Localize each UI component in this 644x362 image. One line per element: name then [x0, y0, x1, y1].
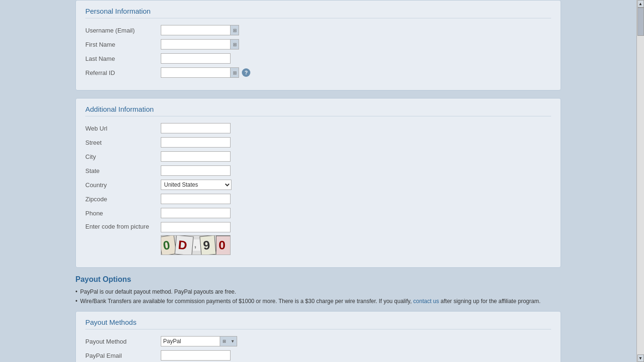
content-area: Personal Information Username (Email) ⊞ …	[0, 0, 636, 362]
scroll-up-arrow[interactable]: ▲	[637, 0, 644, 8]
payout-methods-title: Payout Methods	[85, 318, 551, 329]
captcha-char-3: ,	[193, 239, 200, 251]
captcha-area: 0 D , 9 0	[161, 222, 231, 255]
captcha-label: Enter code from picture	[85, 222, 161, 230]
referralid-input[interactable]	[161, 67, 231, 78]
payout-options-section: Payout Options PayPal is our default pay…	[75, 275, 561, 304]
payout-method-label: Payout Method	[85, 338, 161, 345]
additional-info-title: Additional Information	[85, 105, 551, 116]
payout-method-input[interactable]	[161, 336, 220, 346]
state-row: State	[85, 165, 551, 176]
contact-us-link[interactable]: contact us	[413, 298, 439, 304]
captcha-image: 0 D , 9 0	[161, 235, 231, 255]
paypal-email-row: PayPal Email	[85, 350, 551, 361]
firstname-input[interactable]	[161, 39, 231, 49]
username-field-wrapper: ⊞	[161, 25, 239, 35]
referralid-field-wrapper: ⊞ ?	[161, 67, 250, 78]
lastname-row: Last Name	[85, 53, 551, 64]
zipcode-input[interactable]	[161, 194, 231, 204]
lastname-input[interactable]	[161, 53, 231, 64]
referralid-row: Referral ID ⊞ ?	[85, 67, 551, 78]
firstname-row: First Name ⊞	[85, 39, 551, 49]
lastname-label: Last Name	[85, 55, 161, 62]
captcha-char-2: D	[174, 235, 193, 255]
street-row: Street	[85, 137, 551, 148]
payout-method-icon: ⊞	[220, 336, 229, 346]
username-label: Username (Email)	[85, 27, 161, 34]
captcha-input[interactable]	[161, 222, 231, 232]
payout-options-title: Payout Options	[75, 275, 561, 284]
firstname-label: First Name	[85, 41, 161, 48]
captcha-char-5: 0	[216, 236, 231, 255]
city-input[interactable]	[161, 151, 231, 162]
payout-methods-section: Payout Methods Payout Method ⊞ ▼ PayPal …	[75, 311, 561, 362]
personal-info-section: Personal Information Username (Email) ⊞ …	[75, 0, 561, 90]
personal-info-title: Personal Information	[85, 7, 551, 18]
payout-info-line2: Wire/Bank Transfers are available for co…	[75, 298, 561, 304]
country-label: Country	[85, 181, 161, 189]
zipcode-label: Zipcode	[85, 196, 161, 203]
country-row: Country United States Canada United King…	[85, 180, 551, 190]
scrollbar-thumb[interactable]	[637, 8, 644, 36]
state-label: State	[85, 167, 161, 174]
weburl-row: Web Url	[85, 123, 551, 133]
scrollbar[interactable]: ▲ ▼	[636, 0, 644, 362]
street-label: Street	[85, 139, 161, 146]
phone-input[interactable]	[161, 208, 231, 218]
weburl-label: Web Url	[85, 125, 161, 132]
username-input[interactable]	[161, 25, 231, 35]
payout-info-line1: PayPal is our default payout method. Pay…	[75, 288, 561, 295]
state-input[interactable]	[161, 165, 231, 176]
phone-row: Phone	[85, 208, 551, 218]
firstname-input-icon[interactable]: ⊞	[231, 39, 239, 49]
payout-method-dropdown[interactable]: ▼	[229, 336, 237, 346]
country-select[interactable]: United States Canada United Kingdom Aust…	[161, 180, 231, 190]
paypal-email-input[interactable]	[161, 350, 231, 361]
referralid-help-icon[interactable]: ?	[242, 68, 250, 77]
captcha-char-4: 9	[200, 235, 217, 255]
payout-method-row: Payout Method ⊞ ▼	[85, 336, 551, 346]
city-label: City	[85, 153, 161, 160]
referralid-label: Referral ID	[85, 69, 161, 76]
zipcode-row: Zipcode	[85, 194, 551, 204]
referralid-input-icon[interactable]: ⊞	[231, 67, 239, 78]
username-input-icon[interactable]: ⊞	[231, 25, 239, 35]
payout-method-wrapper: ⊞ ▼	[161, 336, 237, 346]
paypal-email-label: PayPal Email	[85, 352, 161, 359]
username-row: Username (Email) ⊞	[85, 25, 551, 35]
phone-label: Phone	[85, 210, 161, 217]
scroll-down-arrow[interactable]: ▼	[637, 354, 644, 362]
street-input[interactable]	[161, 137, 231, 148]
weburl-input[interactable]	[161, 123, 231, 133]
firstname-field-wrapper: ⊞	[161, 39, 239, 49]
additional-info-section: Additional Information Web Url Street Ci…	[75, 98, 561, 268]
captcha-row: Enter code from picture 0 D , 9 0	[85, 222, 551, 255]
page-wrapper: ▲ ▼ Personal Information Username (Email…	[0, 0, 644, 362]
city-row: City	[85, 151, 551, 162]
